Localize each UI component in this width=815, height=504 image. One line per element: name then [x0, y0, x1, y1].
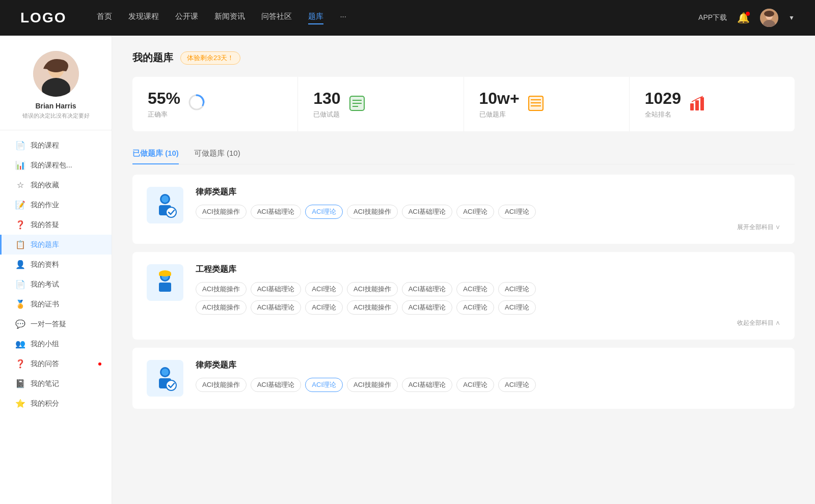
trial-badge: 体验剩余23天！ [180, 51, 240, 65]
sidebar-label-points: 我的积分 [31, 399, 59, 408]
sidebar-item-profile[interactable]: 👤 我的资料 [0, 255, 112, 274]
tag-4[interactable]: ACI基础理论 [402, 205, 453, 219]
sidebar-item-qa[interactable]: ❓ 我的答疑 [0, 215, 112, 235]
eng-tag-r2-1[interactable]: ACI基础理论 [251, 300, 302, 315]
law2-tag-0[interactable]: ACI技能操作 [196, 378, 247, 392]
qbank-icon-lawyer-2 [147, 360, 183, 397]
svg-rect-32 [161, 271, 169, 274]
sidebar-item-question-bank[interactable]: 📋 我的题库 [0, 235, 112, 255]
sidebar-profile: Brian Harris 错误的决定比没有决定要好 [0, 51, 112, 130]
qbank-list: 律师类题库 ACI技能操作 ACI基础理论 ACI理论 ACI技能操作 ACI基… [132, 175, 795, 409]
law2-tag-4[interactable]: ACI基础理论 [402, 378, 453, 392]
law2-tag-3[interactable]: ACI技能操作 [347, 378, 398, 392]
nav-open-course[interactable]: 公开课 [175, 12, 198, 24]
law2-tag-1[interactable]: ACI基础理论 [251, 378, 302, 392]
tag-1[interactable]: ACI基础理论 [251, 205, 302, 219]
stat-accuracy: 55% 正确率 [132, 77, 298, 131]
qbank-2-content: 工程类题库 ACI技能操作 ACI基础理论 ACI理论 ACI技能操作 ACI基… [196, 264, 780, 327]
sidebar-label-my-courses: 我的课程 [31, 141, 59, 150]
sidebar-motto: 错误的决定比没有决定要好 [10, 112, 101, 120]
stats-row: 55% 正确率 130 已做试题 [132, 77, 795, 131]
points-icon: ⭐ [15, 399, 25, 408]
tab-available-banks[interactable]: 可做题库 (10) [194, 144, 240, 164]
notification-dot [746, 12, 750, 16]
eng-tag-6[interactable]: ACI理论 [498, 282, 536, 296]
sidebar-item-exam[interactable]: 📄 我的考试 [0, 274, 112, 294]
eng-tag-5[interactable]: ACI理论 [456, 282, 494, 296]
nav-courses[interactable]: 发现课程 [128, 12, 159, 24]
qbank-1-name: 律师类题库 [196, 187, 780, 198]
qbank-icon-lawyer-1 [147, 187, 183, 223]
stat-site-rank-label: 全站排名 [645, 110, 681, 119]
eng-tag-r2-2[interactable]: ACI理论 [305, 300, 343, 315]
sidebar-username: Brian Harris [10, 102, 101, 110]
sidebar-item-favorites[interactable]: ☆ 我的收藏 [0, 175, 112, 195]
sidebar-item-points[interactable]: ⭐ 我的积分 [0, 394, 112, 413]
tag-0[interactable]: ACI技能操作 [196, 205, 247, 219]
sidebar-item-groups[interactable]: 👥 我的小组 [0, 334, 112, 354]
tag-2[interactable]: ACI理论 [305, 205, 343, 219]
svg-rect-20 [695, 100, 699, 110]
logo[interactable]: LOGO [20, 10, 66, 26]
svg-rect-29 [159, 283, 171, 292]
qbank-1-content: 律师类题库 ACI技能操作 ACI基础理论 ACI理论 ACI技能操作 ACI基… [196, 187, 780, 232]
profile-icon: 👤 [15, 260, 25, 269]
done-questions-icon [349, 95, 365, 114]
sidebar-label-favorites: 我的收藏 [31, 181, 59, 190]
exam-icon: 📄 [15, 279, 25, 289]
nav-more[interactable]: ··· [340, 12, 346, 24]
sidebar-label-notes: 我的笔记 [31, 379, 59, 388]
eng-tag-1[interactable]: ACI基础理论 [251, 282, 302, 296]
eng-tag-r2-4[interactable]: ACI基础理论 [402, 300, 453, 315]
law2-tag-5[interactable]: ACI理论 [456, 378, 494, 392]
sidebar-item-one-on-one[interactable]: 💬 一对一答疑 [0, 314, 112, 334]
sidebar-menu: 📄 我的课程 📊 我的课程包... ☆ 我的收藏 📝 我的作业 ❓ 我的答疑 📋 [0, 130, 112, 418]
eng-tag-0[interactable]: ACI技能操作 [196, 282, 247, 296]
one-on-one-icon: 💬 [15, 319, 25, 329]
sidebar-avatar [33, 51, 79, 97]
eng-tag-r2-5[interactable]: ACI理论 [456, 300, 494, 315]
sidebar-label-one-on-one: 一对一答疑 [31, 320, 66, 329]
eng-tag-3[interactable]: ACI技能操作 [347, 282, 398, 296]
qa-icon: ❓ [15, 220, 25, 230]
sidebar-item-my-qa[interactable]: ❓ 我的问答 [0, 354, 112, 374]
qbank-1-expand[interactable]: 展开全部科目 ∨ [196, 223, 780, 232]
svg-point-35 [161, 369, 169, 376]
qbank-3-name: 律师类题库 [196, 360, 780, 371]
user-avatar[interactable] [760, 9, 778, 27]
tag-3[interactable]: ACI技能操作 [347, 205, 398, 219]
notes-icon: 📓 [15, 379, 25, 388]
eng-tag-r2-0[interactable]: ACI技能操作 [196, 300, 247, 315]
notification-bell[interactable]: 🔔 [737, 12, 750, 24]
svg-point-3 [764, 11, 774, 17]
sidebar-label-profile: 我的资料 [31, 260, 59, 269]
sidebar-item-course-packages[interactable]: 📊 我的课程包... [0, 155, 112, 175]
sidebar-item-homework[interactable]: 📝 我的作业 [0, 195, 112, 215]
tag-6[interactable]: ACI理论 [498, 205, 536, 219]
tag-5[interactable]: ACI理论 [456, 205, 494, 219]
eng-tag-r2-6[interactable]: ACI理论 [498, 300, 536, 315]
my-qa-icon: ❓ [15, 359, 25, 369]
law2-tag-2[interactable]: ACI理论 [305, 378, 343, 392]
eng-tag-2[interactable]: ACI理论 [305, 282, 343, 296]
sidebar-label-exam: 我的考试 [31, 280, 59, 289]
nav-qa[interactable]: 问答社区 [261, 12, 292, 24]
course-packages-icon: 📊 [15, 160, 25, 170]
law2-tag-6[interactable]: ACI理论 [498, 378, 536, 392]
eng-tag-r2-3[interactable]: ACI技能操作 [347, 300, 398, 315]
qa-notification-dot [98, 362, 101, 366]
eng-tag-4[interactable]: ACI基础理论 [402, 282, 453, 296]
sidebar-item-my-courses[interactable]: 📄 我的课程 [0, 135, 112, 155]
app-download-button[interactable]: APP下载 [698, 13, 727, 22]
sidebar-item-certificate[interactable]: 🏅 我的证书 [0, 294, 112, 314]
sidebar-label-question-bank: 我的题库 [31, 240, 59, 249]
nav-news[interactable]: 新闻资讯 [214, 12, 245, 24]
user-menu-chevron[interactable]: ▼ [789, 14, 795, 21]
sidebar-item-notes[interactable]: 📓 我的笔记 [0, 374, 112, 394]
nav-home[interactable]: 首页 [97, 12, 112, 24]
tab-done-banks[interactable]: 已做题库 (10) [132, 144, 179, 164]
svg-point-24 [161, 195, 169, 203]
nav-questionbank[interactable]: 题库 [308, 12, 323, 24]
qbank-2-expand[interactable]: 收起全部科目 ∧ [196, 319, 780, 327]
tabs-row: 已做题库 (10) 可做题库 (10) [132, 144, 795, 164]
